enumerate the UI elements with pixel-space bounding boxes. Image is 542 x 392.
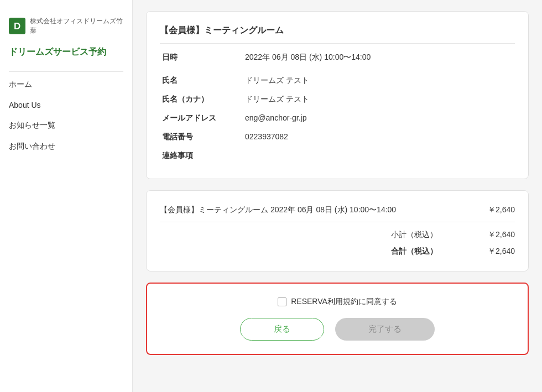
price-subtotal-row: 小計（税込） ￥2,640 [160,227,515,243]
sidebar-item-about[interactable]: About Us [0,95,132,115]
service-title: ドリームズサービス予約 [0,44,132,69]
name-value: ドリームズ テスト [243,71,515,90]
button-row: 戻る 完了する [158,318,517,341]
action-area: RESERVA利用規約に同意する 戻る 完了する [146,283,529,355]
sidebar-divider-top [9,71,123,72]
sidebar-link-contact[interactable]: お問い合わせ [9,142,55,150]
booking-info-card: 【会員様】ミーティングルーム 日時 2022年 06月 08日 (水) 10:0… [146,11,529,179]
subtotal-amount: ￥2,640 [471,230,515,240]
datetime-value: 2022年 06月 08日 (水) 10:00〜14:00 [243,53,515,71]
notes-value [243,147,515,165]
email-row: メールアドレス eng@anchor-gr.jp [160,109,515,128]
name-kana-row: 氏名（カナ） ドリームズ テスト [160,90,515,109]
company-name: 株式会社オフィスドリームズ竹葉 [30,17,123,35]
price-total-row: 合計（税込） ￥2,640 [160,243,515,260]
phone-value: 0223937082 [243,128,515,147]
phone-row: 電話番号 0223937082 [160,128,515,147]
name-label: 氏名 [160,71,243,90]
sidebar-item-news[interactable]: お知らせ一覧 [0,115,132,136]
pricing-card: 【会員様】ミーティングルーム 2022年 06月 08日 (水) 10:00〜1… [146,190,529,271]
name-row: 氏名 ドリームズ テスト [160,71,515,90]
back-button[interactable]: 戻る [240,318,324,341]
price-item-label: 【会員様】ミーティングルーム 2022年 06月 08日 (水) 10:00〜1… [160,205,396,215]
subtotal-label: 小計（税込） [391,230,437,240]
total-label: 合計（税込） [391,247,437,257]
sidebar: D 株式会社オフィスドリームズ竹葉 ドリームズサービス予約 ホーム About … [0,0,133,392]
email-label: メールアドレス [160,109,243,128]
terms-label: RESERVA利用規約に同意する [291,297,397,307]
main-content: 【会員様】ミーティングルーム 日時 2022年 06月 08日 (水) 10:0… [133,0,542,392]
total-amount: ￥2,640 [471,247,515,257]
sidebar-link-home[interactable]: ホーム [9,80,32,88]
booking-info-table: 日時 2022年 06月 08日 (水) 10:00〜14:00 氏名 ドリーム… [160,53,515,165]
price-item-row: 【会員様】ミーティングルーム 2022年 06月 08日 (水) 10:00〜1… [160,202,515,222]
sidebar-item-home[interactable]: ホーム [0,74,132,95]
name-kana-label: 氏名（カナ） [160,90,243,109]
datetime-row: 日時 2022年 06月 08日 (水) 10:00〜14:00 [160,53,515,71]
sidebar-item-contact[interactable]: お問い合わせ [0,136,132,157]
email-value: eng@anchor-gr.jp [243,109,515,128]
booking-card-title: 【会員様】ミーティングルーム [160,25,515,44]
sidebar-nav: ホーム About Us お知らせ一覧 お問い合わせ [0,74,132,157]
name-kana-value: ドリームズ テスト [243,90,515,109]
notes-label: 連絡事項 [160,147,243,165]
notes-row: 連絡事項 [160,147,515,165]
price-item-amount: ￥2,640 [471,205,515,215]
svg-text:D: D [14,20,20,31]
complete-button[interactable]: 完了する [335,318,435,341]
terms-checkbox[interactable] [278,297,286,306]
sidebar-link-news[interactable]: お知らせ一覧 [9,121,55,129]
company-logo-icon: D [9,17,25,35]
datetime-label: 日時 [160,53,243,71]
sidebar-link-about[interactable]: About Us [9,101,41,109]
phone-label: 電話番号 [160,128,243,147]
terms-row: RESERVA利用規約に同意する [158,297,517,307]
sidebar-logo: D 株式会社オフィスドリームズ竹葉 [0,11,132,44]
